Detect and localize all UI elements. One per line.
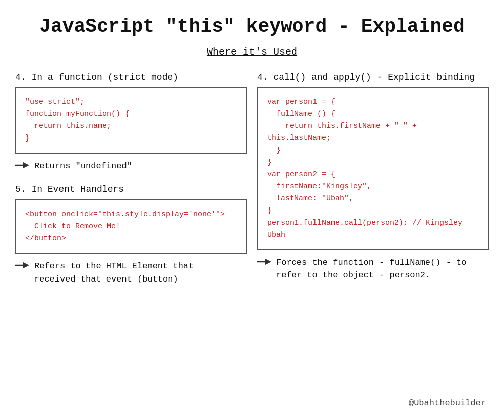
watermark: @Ubahthebuilder	[409, 398, 486, 408]
section4-label: 4. In a function (strict mode)	[15, 72, 247, 82]
r-code-line-4: }	[267, 146, 281, 155]
r-code-line-1: var person1 = {	[267, 98, 335, 106]
left-column: 4. In a function (strict mode) "use stri…	[15, 72, 247, 298]
code-line-3: return this.name;	[25, 122, 111, 130]
arrow-right-icon	[15, 161, 29, 170]
section4-note: Returns "undefined"	[15, 160, 247, 173]
right-column: 4. call() and apply() - Explicit binding…	[257, 72, 489, 294]
section4-code-box: "use strict"; function myFunction() { re…	[15, 87, 247, 154]
arrow-right-icon-2	[15, 261, 29, 270]
section5-code-box: <button onclick="this.style.display='non…	[15, 199, 247, 254]
subtitle: Where it's Used	[15, 46, 489, 58]
right-section4-code-box: var person1 = { fullName () { return thi…	[257, 87, 489, 250]
section5-note: Refers to the HTML Element that received…	[15, 260, 247, 286]
r-code-line-2: fullName () {	[267, 110, 335, 118]
svg-marker-1	[23, 162, 29, 168]
section5-label: 5. In Event Handlers	[15, 184, 247, 194]
content-area: 4. In a function (strict mode) "use stri…	[15, 72, 489, 298]
code-line-5: <button onclick="this.style.display='non…	[25, 210, 225, 219]
r-code-line-6: var person2 = {	[267, 170, 335, 179]
r-code-line-5: }	[267, 158, 272, 167]
code-line-1: "use strict";	[25, 98, 84, 106]
r-code-line-8: lastName: "Ubah",	[267, 194, 353, 203]
svg-marker-5	[265, 259, 271, 265]
section4-note-text: Returns "undefined"	[34, 160, 132, 173]
r-code-line-10: person1.fullName.call(person2); // Kings…	[267, 219, 462, 239]
r-code-line-9: }	[267, 206, 272, 215]
r-code-line-7: firstName:"Kingsley",	[267, 182, 371, 191]
svg-marker-3	[23, 262, 29, 268]
arrow-right-icon-3	[257, 257, 271, 266]
code-line-6: Click to Remove Me!	[25, 222, 120, 231]
section5-note-text: Refers to the HTML Element that received…	[34, 260, 194, 286]
right-section4-label: 4. call() and apply() - Explicit binding	[257, 72, 489, 82]
r-code-line-3: return this.firstName + " " + this.lastN…	[267, 122, 417, 143]
code-line-7: </button>	[25, 234, 66, 243]
right-section4-note: Forces the function - fullName() - to re…	[257, 256, 489, 282]
code-line-2: function myFunction() {	[25, 110, 130, 118]
right-note-text: Forces the function - fullName() - to re…	[276, 256, 466, 282]
page-title: JavaScript "this" keyword - Explained	[15, 10, 489, 38]
code-line-4: }	[25, 134, 30, 143]
